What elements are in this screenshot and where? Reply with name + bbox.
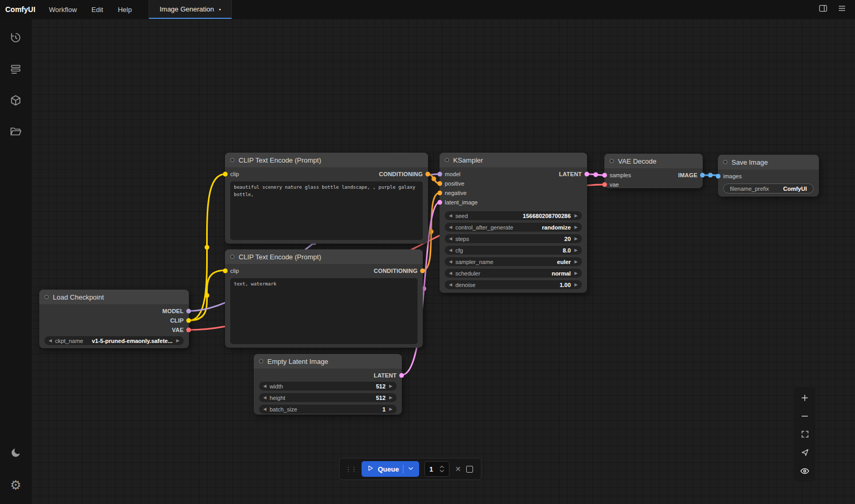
collapse-dot-icon[interactable] <box>44 295 49 299</box>
sidebar-item-queue[interactable] <box>4 59 27 82</box>
clip-input-port[interactable] <box>223 269 228 273</box>
increment-arrow-icon[interactable]: ▶ <box>176 339 179 343</box>
sidebar-item-workflows[interactable] <box>4 121 27 144</box>
collapse-dot-icon[interactable] <box>230 255 234 259</box>
conditioning-output-port[interactable] <box>420 269 425 273</box>
widget-filename-prefix[interactable]: filename_prefix ComfyUI <box>723 184 814 193</box>
vae-input-port[interactable] <box>602 182 607 187</box>
increment-arrow-icon[interactable]: ▶ <box>575 237 578 241</box>
widget-scheduler[interactable]: ◀ scheduler normal ▶ <box>445 269 582 278</box>
model-input-port[interactable] <box>437 172 442 177</box>
node-canvas[interactable]: Load Checkpoint MODEL CLIP VAE ◀ ckpt_na <box>31 19 855 504</box>
negative-input-port[interactable] <box>437 191 442 196</box>
node-header[interactable]: CLIP Text Encode (Prompt) <box>225 153 428 167</box>
node-clip-text-encode-negative[interactable]: CLIP Text Encode (Prompt) clip CONDITION… <box>225 249 423 348</box>
increment-arrow-icon[interactable]: ▶ <box>575 260 578 264</box>
decrement-arrow-icon[interactable]: ◀ <box>449 237 452 241</box>
node-header[interactable]: Load Checkpoint <box>39 290 189 304</box>
drag-handle-icon[interactable]: ⋮⋮ <box>345 465 356 473</box>
chevron-down-icon[interactable] <box>408 465 414 473</box>
widget-steps[interactable]: ◀ steps 20 ▶ <box>445 234 582 243</box>
samples-input-port[interactable] <box>602 173 607 178</box>
node-empty-latent-image[interactable]: Empty Latent Image LATENT ◀ width 512 ▶ … <box>254 354 402 415</box>
increment-arrow-icon[interactable]: ▶ <box>575 248 578 253</box>
decrement-arrow-icon[interactable]: ◀ <box>449 248 452 253</box>
widget-seed[interactable]: ◀ seed 156680208700286 ▶ <box>445 211 582 220</box>
increment-arrow-icon[interactable]: ▶ <box>575 214 578 218</box>
node-header[interactable]: Empty Latent Image <box>254 354 402 369</box>
node-clip-text-encode-positive[interactable]: CLIP Text Encode (Prompt) clip CONDITION… <box>225 153 428 244</box>
increment-arrow-icon[interactable]: ▶ <box>575 283 578 287</box>
settings-button[interactable]: ⚙ <box>4 474 27 497</box>
batch-count-stepper[interactable] <box>424 461 449 477</box>
collapse-dot-icon[interactable] <box>445 158 449 162</box>
positive-prompt-textarea[interactable]: beautiful scenery nature glass bottle la… <box>230 181 423 240</box>
menu-help[interactable]: Help <box>110 0 139 19</box>
positive-input-port[interactable] <box>437 181 442 186</box>
sidebar-item-history[interactable] <box>4 27 27 50</box>
images-input-port[interactable] <box>716 174 721 179</box>
menu-workflow[interactable]: Workflow <box>42 0 84 19</box>
negative-prompt-textarea[interactable]: text, watermark <box>230 278 418 344</box>
latent-output-port[interactable] <box>584 172 589 177</box>
increment-arrow-icon[interactable]: ▶ <box>389 396 392 400</box>
collapse-dot-icon[interactable] <box>723 160 727 164</box>
collapse-dot-icon[interactable] <box>259 359 263 363</box>
decrement-arrow-icon[interactable]: ◀ <box>263 407 266 411</box>
image-output-port[interactable] <box>700 173 705 178</box>
main-menu-button[interactable] <box>834 2 850 17</box>
vae-output-port[interactable] <box>186 328 191 333</box>
stop-icon[interactable] <box>466 466 473 473</box>
collapse-dot-icon[interactable] <box>230 158 234 162</box>
widget-height[interactable]: ◀ height 512 ▶ <box>259 393 397 402</box>
increment-arrow-icon[interactable]: ▶ <box>575 225 578 230</box>
widget-cfg[interactable]: ◀ cfg 8.0 ▶ <box>445 246 582 255</box>
focus-mode-button[interactable] <box>796 444 814 461</box>
latent-image-input-port[interactable] <box>437 200 442 205</box>
conditioning-output-port[interactable] <box>425 172 430 177</box>
decrement-arrow-icon[interactable]: ◀ <box>263 384 266 388</box>
widget-sampler-name[interactable]: ◀ sampler_name euler ▶ <box>445 257 582 266</box>
decrement-arrow-icon[interactable]: ◀ <box>263 396 266 400</box>
clip-input-port[interactable] <box>223 172 228 177</box>
decrement-arrow-icon[interactable]: ◀ <box>49 339 52 343</box>
widget-control-after-generate[interactable]: ◀ control_after_generate randomize ▶ <box>445 223 582 232</box>
increment-arrow-icon[interactable]: ▶ <box>389 407 392 411</box>
sidebar-item-models[interactable] <box>4 90 27 113</box>
stepper-up-icon[interactable] <box>440 465 444 468</box>
widget-ckpt-name[interactable]: ◀ ckpt_name v1-5-pruned-emaonly.safete..… <box>44 336 184 345</box>
theme-toggle-button[interactable] <box>4 442 27 465</box>
decrement-arrow-icon[interactable]: ◀ <box>449 214 452 218</box>
zoom-in-button[interactable] <box>796 389 814 406</box>
fit-view-button[interactable] <box>796 426 814 443</box>
node-header[interactable]: Save Image <box>718 155 819 169</box>
node-save-image[interactable]: Save Image images filename_prefix ComfyU… <box>718 155 819 197</box>
latent-output-port[interactable] <box>399 373 404 378</box>
stepper-down-icon[interactable] <box>440 469 444 473</box>
model-output-port[interactable] <box>186 309 191 314</box>
node-header[interactable]: VAE Decode <box>604 154 703 168</box>
collapse-dot-icon[interactable] <box>610 159 614 163</box>
zoom-out-button[interactable] <box>796 407 814 425</box>
menu-edit[interactable]: Edit <box>84 0 110 19</box>
node-load-checkpoint[interactable]: Load Checkpoint MODEL CLIP VAE ◀ ckpt_na <box>39 290 189 348</box>
node-ksampler[interactable]: KSampler model LATENT positive negative <box>440 153 587 293</box>
increment-arrow-icon[interactable]: ▶ <box>389 384 392 388</box>
batch-count-input[interactable] <box>425 465 438 473</box>
node-vae-decode[interactable]: VAE Decode samples IMAGE vae <box>604 154 703 188</box>
cancel-icon[interactable]: ✕ <box>455 465 461 473</box>
toggle-panel-button[interactable] <box>815 2 831 17</box>
node-header[interactable]: KSampler <box>440 153 587 167</box>
decrement-arrow-icon[interactable]: ◀ <box>449 260 452 264</box>
clip-output-port[interactable] <box>186 318 191 323</box>
decrement-arrow-icon[interactable]: ◀ <box>449 225 452 230</box>
widget-denoise[interactable]: ◀ denoise 1.00 ▶ <box>445 280 582 289</box>
toggle-visibility-button[interactable] <box>796 462 814 479</box>
decrement-arrow-icon[interactable]: ◀ <box>449 271 452 276</box>
increment-arrow-icon[interactable]: ▶ <box>575 271 578 276</box>
widget-width[interactable]: ◀ width 512 ▶ <box>259 382 397 391</box>
tab-image-generation[interactable]: Image Generation ● <box>149 0 232 19</box>
widget-batch-size[interactable]: ◀ batch_size 1 ▶ <box>259 405 397 414</box>
decrement-arrow-icon[interactable]: ◀ <box>449 283 452 287</box>
node-header[interactable]: CLIP Text Encode (Prompt) <box>225 249 423 264</box>
